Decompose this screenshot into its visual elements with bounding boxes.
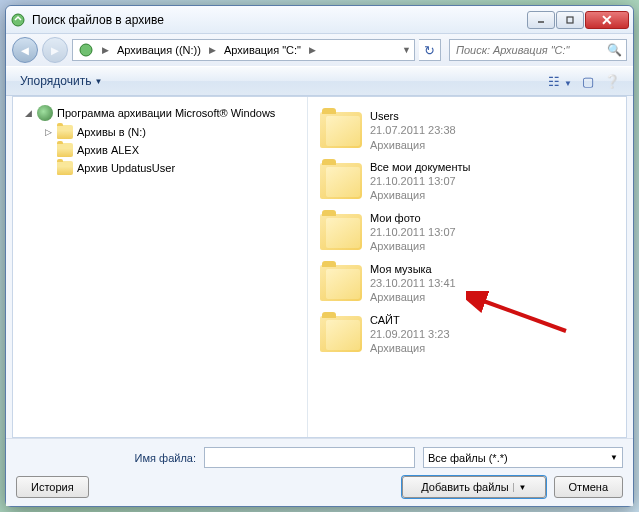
file-type: Архивация — [370, 239, 456, 253]
expand-icon[interactable]: ▷ — [45, 127, 57, 137]
breadcrumb-item[interactable]: Архивация "C:" — [219, 40, 306, 60]
folder-icon — [320, 163, 362, 199]
file-name: Все мои документы — [370, 160, 470, 174]
file-item[interactable]: Все мои документы21.10.2011 13:07Архивац… — [316, 156, 618, 207]
search-icon: 🔍 — [607, 43, 622, 57]
filename-input[interactable] — [204, 447, 415, 468]
file-date: 21.10.2011 13:07 — [370, 225, 456, 239]
preview-pane-button[interactable]: ▢ — [577, 71, 599, 92]
tree-label: Программа архивации Microsoft® Windows — [57, 107, 275, 119]
svg-point-3 — [80, 44, 92, 56]
folder-icon — [57, 125, 73, 139]
file-item[interactable]: САЙТ21.09.2011 3:23Архивация — [316, 309, 618, 360]
search-input[interactable] — [454, 43, 607, 57]
refresh-button[interactable]: ↻ — [419, 39, 441, 61]
collapse-icon[interactable]: ◢ — [25, 108, 37, 118]
file-type: Архивация — [370, 188, 470, 202]
navigation-tree: ◢ Программа архивации Microsoft® Windows… — [13, 97, 308, 437]
tree-root[interactable]: ◢ Программа архивации Microsoft® Windows — [13, 103, 307, 123]
breadcrumb-separator-icon[interactable]: ▶ — [206, 40, 219, 60]
file-info: Мои фото21.10.2011 13:07Архивация — [370, 211, 456, 254]
filetype-value: Все файлы (*.*) — [428, 452, 508, 464]
svg-point-0 — [12, 14, 24, 26]
toolbar: Упорядочить ▼ ☷ ▼ ▢ ❔ — [6, 66, 633, 96]
tree-label: Архив UpdatusUser — [77, 162, 175, 174]
tree-label: Архив ALEX — [77, 144, 139, 156]
file-type: Архивация — [370, 138, 456, 152]
address-dropdown-icon[interactable]: ▼ — [399, 40, 414, 60]
file-list[interactable]: Users21.07.2011 23:38АрхивацияВсе мои до… — [308, 97, 626, 437]
file-type: Архивация — [370, 290, 456, 304]
view-options-button[interactable]: ☷ ▼ — [543, 71, 577, 92]
folder-icon — [320, 316, 362, 352]
filetype-dropdown[interactable]: Все файлы (*.*) ▼ — [423, 447, 623, 468]
back-button[interactable]: ◄ — [12, 37, 38, 63]
dialog-window: Поиск файлов в архиве ✕ ◄ ► ▶ Архивация … — [5, 5, 634, 507]
file-date: 23.10.2011 13:41 — [370, 276, 456, 290]
breadcrumb-root[interactable] — [73, 40, 99, 60]
breadcrumb-separator-icon[interactable]: ▶ — [99, 40, 112, 60]
dropdown-icon: ▼ — [610, 453, 618, 462]
file-name: Мои фото — [370, 211, 456, 225]
file-info: Моя музыка23.10.2011 13:41Архивация — [370, 262, 456, 305]
folder-icon — [320, 265, 362, 301]
cancel-button[interactable]: Отмена — [554, 476, 623, 498]
file-name: Users — [370, 109, 456, 123]
file-item[interactable]: Мои фото21.10.2011 13:07Архивация — [316, 207, 618, 258]
folder-icon — [57, 143, 73, 157]
content-area: ◢ Программа архивации Microsoft® Windows… — [12, 96, 627, 438]
file-name: Моя музыка — [370, 262, 456, 276]
tree-item[interactable]: Архив UpdatusUser — [13, 159, 307, 177]
file-info: Users21.07.2011 23:38Архивация — [370, 109, 456, 152]
help-button[interactable]: ❔ — [599, 71, 625, 92]
app-icon — [10, 12, 26, 28]
file-date: 21.10.2011 13:07 — [370, 174, 470, 188]
tree-label: Архивы в (N:) — [77, 126, 146, 138]
tree-item[interactable]: Архив ALEX — [13, 141, 307, 159]
file-date: 21.07.2011 23:38 — [370, 123, 456, 137]
search-box[interactable]: 🔍 — [449, 39, 627, 61]
add-files-button[interactable]: Добавить файлы ▼ — [402, 476, 545, 498]
breadcrumb-separator-icon[interactable]: ▶ — [306, 40, 319, 60]
titlebar[interactable]: Поиск файлов в архиве ✕ — [6, 6, 633, 34]
forward-button[interactable]: ► — [42, 37, 68, 63]
folder-icon — [320, 112, 362, 148]
backup-program-icon — [37, 105, 53, 121]
file-info: Все мои документы21.10.2011 13:07Архивац… — [370, 160, 470, 203]
file-item[interactable]: Users21.07.2011 23:38Архивация — [316, 105, 618, 156]
file-type: Архивация — [370, 341, 450, 355]
maximize-button[interactable] — [556, 11, 584, 29]
file-date: 21.09.2011 3:23 — [370, 327, 450, 341]
folder-icon — [320, 214, 362, 250]
close-button[interactable]: ✕ — [585, 11, 629, 29]
navigation-bar: ◄ ► ▶ Архивация ((N:)) ▶ Архивация "C:" … — [6, 34, 633, 66]
tree-item[interactable]: ▷ Архивы в (N:) — [13, 123, 307, 141]
breadcrumb-item[interactable]: Архивация ((N:)) — [112, 40, 206, 60]
file-item[interactable]: Моя музыка23.10.2011 13:41Архивация — [316, 258, 618, 309]
minimize-button[interactable] — [527, 11, 555, 29]
organize-button[interactable]: Упорядочить ▼ — [14, 71, 108, 91]
address-bar[interactable]: ▶ Архивация ((N:)) ▶ Архивация "C:" ▶ ▼ — [72, 39, 415, 61]
history-button[interactable]: История — [16, 476, 89, 498]
folder-icon — [57, 161, 73, 175]
file-info: САЙТ21.09.2011 3:23Архивация — [370, 313, 450, 356]
filename-label: Имя файла: — [16, 452, 196, 464]
window-title: Поиск файлов в архиве — [32, 13, 527, 27]
svg-rect-2 — [567, 17, 573, 23]
bottom-panel: Имя файла: Все файлы (*.*) ▼ История Доб… — [6, 438, 633, 506]
file-name: САЙТ — [370, 313, 450, 327]
